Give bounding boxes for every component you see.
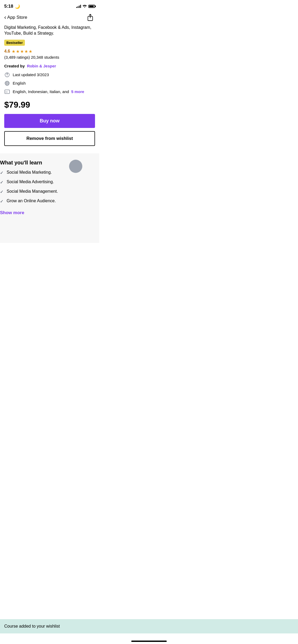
learn-item-1-text: Social Media Marketing.: [7, 170, 52, 175]
alert-icon: [4, 72, 10, 78]
checkmark-3-icon: ✓: [0, 189, 3, 194]
share-button[interactable]: [85, 13, 95, 22]
learn-item-3-text: Social Media Management.: [7, 189, 58, 194]
meta-section: Last updated 3/2023 English CC: [4, 72, 95, 95]
captions-row: CC English, Indonesian, Italian, and 5 m…: [4, 89, 95, 95]
star-2-icon: ★: [16, 49, 20, 54]
learn-item-4-text: Grow an Online Audience.: [7, 199, 56, 203]
buy-now-button[interactable]: Buy now: [4, 114, 95, 128]
last-updated-row: Last updated 3/2023: [4, 72, 95, 78]
status-time: 5:18: [4, 4, 13, 9]
last-updated-text: Last updated 3/2023: [13, 72, 49, 77]
star-rating: ★ ★ ★ ★ ★: [12, 49, 32, 54]
learn-item-2-text: Social Media Advertising.: [7, 180, 54, 184]
ratings-count: (3,489 ratings) 20,348 students: [4, 55, 95, 59]
rating-row: 4.6 ★ ★ ★ ★ ★: [4, 49, 95, 54]
decorative-circle: [69, 160, 82, 173]
star-4-icon: ★: [24, 49, 28, 54]
language-row: English: [4, 80, 95, 86]
share-icon: [87, 14, 93, 21]
learn-title: What you'll learn: [0, 160, 99, 166]
learn-item-2: ✓ Social Media Advertising.: [0, 180, 99, 185]
nav-bar: ‹ App Store: [0, 11, 99, 24]
back-button[interactable]: ‹ App Store: [4, 14, 27, 21]
status-bar: 5:18 🌙: [0, 0, 99, 11]
creator-link[interactable]: Robin & Jesper: [27, 64, 56, 68]
learn-section: What you'll learn ✓ Social Media Marketi…: [0, 153, 99, 243]
wifi-icon: [83, 4, 87, 8]
created-by-label: Created by: [4, 64, 25, 68]
content-area: Digital Marketing, Facebook & Ads, Insta…: [0, 24, 99, 146]
star-5-half-icon: ★: [29, 49, 32, 54]
course-title: Digital Marketing, Facebook & Ads, Insta…: [4, 24, 95, 36]
checkmark-2-icon: ✓: [0, 180, 3, 185]
battery-icon: [88, 5, 95, 8]
remove-from-wishlist-button[interactable]: Remove from wishlist: [4, 131, 95, 146]
back-chevron-icon: ‹: [4, 14, 6, 21]
language-text: English: [13, 81, 26, 85]
show-more-button[interactable]: Show more: [0, 210, 24, 215]
signal-bars-icon: [76, 5, 81, 8]
back-label: App Store: [7, 15, 27, 20]
rating-score: 4.6: [4, 49, 10, 54]
learn-item-3: ✓ Social Media Management.: [0, 189, 99, 194]
captions-more-link[interactable]: 5 more: [71, 89, 84, 94]
created-by: Created by Robin & Jesper: [4, 64, 95, 68]
checkmark-4-icon: ✓: [0, 199, 3, 204]
globe-icon: [4, 80, 10, 86]
learn-item-4: ✓ Grow an Online Audience.: [0, 199, 99, 204]
status-icons: [76, 4, 95, 8]
star-3-icon: ★: [20, 49, 24, 54]
bestseller-badge: Bestseller: [4, 40, 25, 46]
moon-icon: 🌙: [15, 4, 20, 9]
price: $79.99: [4, 100, 95, 110]
checkmark-1-icon: ✓: [0, 170, 3, 175]
svg-text:CC: CC: [6, 91, 8, 93]
star-1-icon: ★: [12, 49, 15, 54]
learn-item-1: ✓ Social Media Marketing.: [0, 170, 99, 175]
svg-marker-2: [6, 73, 8, 74]
cc-icon: CC: [4, 89, 10, 95]
captions-text: English, Indonesian, Italian, and 5 more: [13, 89, 84, 94]
